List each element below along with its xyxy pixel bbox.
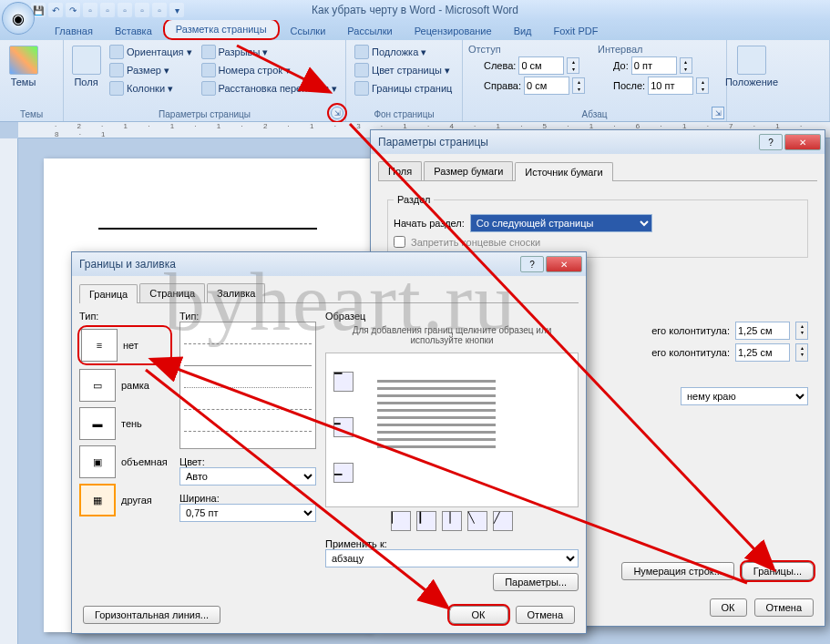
vmid-border-toggle[interactable]: ┃ (416, 511, 436, 531)
bottom-border-toggle[interactable]: ▁ (333, 463, 354, 483)
spacing-after-field[interactable]: После:▴▾ (598, 77, 709, 95)
cancel-button[interactable]: Отмена (754, 598, 814, 617)
top-border-toggle[interactable]: ▔ (333, 372, 354, 392)
qat-redo-icon[interactable]: ↷ (66, 3, 80, 17)
page-color-button[interactable]: Цвет страницы ▾ (352, 62, 455, 78)
tab-home[interactable]: Главная (44, 22, 104, 40)
quick-access-toolbar: 💾 ↶ ↷ ▫ ▫ ▫ ▫ ▫ ▾ (31, 3, 184, 17)
threed-icon: ▣ (79, 445, 116, 478)
help-icon[interactable]: ? (759, 134, 783, 150)
tab-insert[interactable]: Вставка (104, 22, 163, 40)
footer-dist-input[interactable] (735, 343, 790, 362)
dialog-titlebar[interactable]: Границы и заливка ? ✕ (72, 252, 586, 276)
right-border-toggle[interactable]: ▕ (442, 511, 462, 531)
position-button[interactable]: Положение (733, 44, 771, 107)
tab-shading[interactable]: Заливка (207, 283, 265, 302)
indent-right-field[interactable]: Справа:▴▾ (468, 77, 585, 95)
tab-paper-size[interactable]: Размер бумаги (424, 161, 513, 180)
type-3d[interactable]: ▣объемная (79, 445, 170, 478)
left-border-toggle[interactable]: ▏ (391, 511, 411, 531)
start-section-select[interactable]: Со следующей страницы (470, 214, 652, 232)
width-select[interactable]: 0,75 пт (179, 504, 316, 522)
hyphen-icon (201, 81, 216, 96)
preview-box[interactable]: ▔ ━ ▁ (325, 353, 579, 507)
office-button[interactable]: ◉ (2, 2, 35, 35)
cancel-button[interactable]: Отмена (516, 606, 575, 624)
vertical-ruler[interactable] (0, 138, 18, 644)
hmid-border-toggle[interactable]: ━ (333, 417, 354, 437)
tab-page-border[interactable]: Страница (139, 283, 205, 302)
indent-right-input[interactable] (524, 77, 569, 95)
options-button[interactable]: Параметры... (493, 573, 579, 591)
diag2-border-toggle[interactable]: ╱ (493, 511, 513, 531)
header-dist-input[interactable] (735, 322, 790, 340)
tab-page-layout[interactable]: Разметка страницы (163, 18, 280, 40)
qat-dropdown-icon[interactable]: ▾ (169, 3, 184, 17)
borders-button[interactable]: Границы... (742, 562, 814, 580)
page-setup-launcher[interactable]: ⇲ (331, 107, 343, 119)
spinner[interactable]: ▴▾ (696, 77, 709, 94)
theme-colors-icon[interactable] (45, 47, 57, 60)
tab-paper-source[interactable]: Источник бумаги (515, 162, 612, 181)
spacing-after-input[interactable] (648, 77, 693, 95)
spinner[interactable]: ▴▾ (567, 57, 579, 74)
spinner[interactable]: ▴▾ (572, 77, 585, 94)
breaks-button[interactable]: Разрывы ▾ (199, 44, 340, 60)
paragraph-launcher[interactable]: ⇲ (712, 107, 724, 119)
columns-button[interactable]: Колонки ▾ (107, 80, 194, 97)
page-borders-button[interactable]: Границы страниц (352, 80, 455, 97)
diag1-border-toggle[interactable]: ╲ (467, 511, 487, 531)
qat-undo-icon[interactable]: ↶ (48, 3, 63, 17)
qat-item-icon[interactable]: ▫ (135, 3, 149, 17)
spinner[interactable]: ▴▾ (680, 57, 692, 74)
line-numbers-button[interactable]: Нумерация строк... (621, 562, 733, 580)
line-numbers-button[interactable]: Номера строк ▾ (199, 62, 340, 78)
qat-item-icon[interactable]: ▫ (152, 3, 167, 17)
size-button[interactable]: Размер ▾ (107, 62, 194, 78)
qat-item-icon[interactable]: ▫ (118, 3, 132, 17)
qat-item-icon[interactable]: ▫ (100, 3, 115, 17)
hyphenation-button[interactable]: Расстановка переносов ▾ (199, 80, 340, 97)
spacing-before-field[interactable]: До:▴▾ (598, 56, 709, 75)
indent-left-field[interactable]: Слева:▴▾ (468, 56, 585, 75)
type-shadow[interactable]: ▬тень (79, 407, 170, 440)
tab-view[interactable]: Вид (503, 22, 543, 40)
spacing-before-input[interactable] (631, 56, 677, 75)
close-icon[interactable]: ✕ (784, 134, 821, 150)
watermark-button[interactable]: Подложка ▾ (352, 44, 455, 60)
tab-review[interactable]: Рецензирование (404, 22, 503, 40)
dialog-tabs: Поля Размер бумаги Источник бумаги (378, 161, 817, 181)
tab-foxit[interactable]: Foxit PDF (543, 22, 610, 40)
close-icon[interactable]: ✕ (546, 256, 582, 272)
box-icon: ▭ (79, 369, 116, 402)
ok-button[interactable]: ОК (710, 598, 747, 617)
type-custom[interactable]: ▦другая (79, 484, 170, 516)
themes-button[interactable]: Темы (5, 44, 41, 107)
qat-item-icon[interactable]: ▫ (83, 3, 97, 17)
valign-select[interactable]: нему краю (681, 387, 808, 405)
type-none[interactable]: ≡нет (79, 327, 170, 363)
spinner[interactable]: ▴▾ (795, 322, 808, 340)
tab-references[interactable]: Ссылки (280, 22, 337, 40)
horizontal-line-button[interactable]: Горизонтальная линия... (83, 606, 220, 624)
margins-button[interactable]: Поля (69, 44, 103, 107)
suppress-label: Запретить концевые сноски (411, 237, 540, 248)
tab-fields[interactable]: Поля (378, 161, 422, 180)
indent-left-input[interactable] (518, 56, 564, 75)
custom-icon: ▦ (79, 484, 116, 516)
theme-effects-icon[interactable] (45, 91, 57, 104)
color-select[interactable]: Авто (179, 467, 316, 486)
dialog-titlebar[interactable]: Параметры страницы ? ✕ (371, 130, 825, 154)
suppress-endnotes-checkbox[interactable] (394, 236, 405, 248)
ok-button[interactable]: ОК (449, 606, 508, 624)
tab-border[interactable]: Граница (79, 284, 138, 303)
type-box[interactable]: ▭рамка (79, 369, 170, 402)
shadow-icon: ▬ (79, 407, 116, 440)
apply-to-select[interactable]: абзацу (325, 549, 579, 567)
spinner[interactable]: ▴▾ (795, 343, 808, 362)
help-icon[interactable]: ? (520, 256, 544, 272)
style-list[interactable] (179, 322, 316, 449)
tab-mailings[interactable]: Рассылки (336, 22, 403, 40)
theme-fonts-icon[interactable] (45, 69, 57, 82)
orientation-button[interactable]: Ориентация ▾ (107, 44, 194, 60)
